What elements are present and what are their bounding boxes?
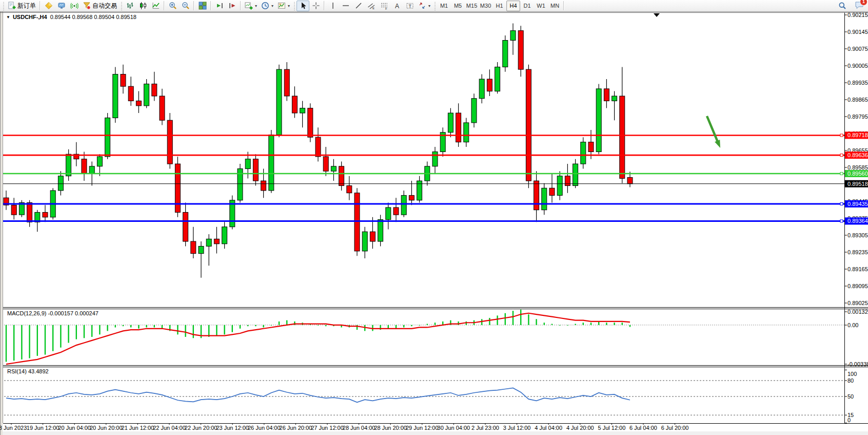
notification-badge: 1 — [860, 0, 867, 6]
new-order-button[interactable]: 新订单 — [6, 1, 38, 11]
search-button[interactable] — [836, 1, 849, 11]
svg-text:0.89235: 0.89235 — [847, 249, 868, 255]
candlestick-chart-button[interactable] — [136, 1, 149, 11]
svg-text:0.89795: 0.89795 — [847, 114, 868, 120]
monitor-icon — [57, 2, 66, 10]
separator — [324, 1, 325, 10]
svg-text:80: 80 — [847, 377, 854, 384]
timeframe-MN-button[interactable]: MN — [548, 1, 562, 11]
bar-chart-button[interactable] — [124, 1, 136, 11]
auto-scroll-icon — [215, 2, 224, 10]
svg-text:0.89935: 0.89935 — [847, 80, 868, 86]
svg-text:4 Jul 04:00: 4 Jul 04:00 — [535, 425, 562, 431]
svg-text:20 Jun 20:00: 20 Jun 20:00 — [90, 425, 123, 431]
periods-button[interactable]: ▾ — [259, 1, 275, 11]
text-button[interactable]: A — [390, 1, 403, 11]
crosshair-button[interactable] — [309, 1, 322, 11]
diamond-icon — [45, 2, 53, 10]
bar-chart-icon — [126, 2, 134, 10]
indicators-button[interactable]: ▾ — [243, 1, 259, 11]
timeframe-D1-button[interactable]: D1 — [520, 1, 534, 11]
timeframe-W1-button[interactable]: W1 — [534, 1, 548, 11]
equidistant-channel-button[interactable]: E — [365, 1, 378, 11]
chart-shift-button[interactable] — [226, 1, 239, 11]
text-label-icon: T — [406, 2, 414, 10]
new-order-icon — [8, 2, 16, 10]
chart-title[interactable]: ▼USDCHF-,H4 0.89544 0.89568 0.89504 0.89… — [6, 14, 136, 20]
svg-text:6 Jul 04:00: 6 Jul 04:00 — [629, 425, 657, 431]
svg-text:27 Jun 12:00: 27 Jun 12:00 — [311, 425, 344, 431]
svg-text:22 Jun 20:00: 22 Jun 20:00 — [185, 425, 218, 431]
svg-text:30 Jun 04:00: 30 Jun 04:00 — [438, 425, 470, 431]
svg-text:0.89025: 0.89025 — [847, 300, 868, 306]
terminal-button[interactable] — [55, 1, 68, 11]
timeframe-M5-button[interactable]: M5 — [451, 1, 465, 11]
zoom-out-icon — [182, 2, 190, 10]
svg-text:100: 100 — [847, 371, 857, 377]
candlestick-chart-icon — [139, 2, 147, 10]
rsi-indicator-label: RSI(14) 43.4892 — [7, 368, 49, 374]
svg-text:6 Jul 20:00: 6 Jul 20:00 — [661, 425, 689, 431]
svg-text:0.89865: 0.89865 — [847, 97, 868, 103]
svg-text:18 Jun 2023: 18 Jun 2023 — [0, 425, 27, 431]
svg-text:2 Jul 23:00: 2 Jul 23:00 — [471, 425, 499, 431]
trendline-button[interactable] — [352, 1, 365, 11]
chart-canvas[interactable]: 0.902150.901450.900750.900050.899350.898… — [0, 12, 868, 435]
svg-text:0.89305: 0.89305 — [847, 232, 868, 238]
templates-button[interactable]: ▾ — [275, 1, 292, 11]
separator — [563, 1, 564, 10]
svg-text:0.90215: 0.90215 — [847, 12, 868, 18]
svg-text:0.89560: 0.89560 — [847, 171, 868, 177]
timeframe-M1-button[interactable]: M1 — [437, 1, 451, 11]
separator — [210, 1, 211, 10]
svg-text:F: F — [385, 7, 387, 10]
crosshair-icon — [312, 2, 320, 10]
signals-button[interactable] — [68, 1, 81, 11]
fibonacci-button[interactable]: F — [378, 1, 390, 11]
svg-text:E: E — [372, 7, 374, 10]
svg-text:50: 50 — [847, 393, 854, 400]
timeframe-H1-button[interactable]: H1 — [492, 1, 506, 11]
trendline-icon — [354, 2, 363, 10]
auto-scroll-button[interactable] — [213, 1, 226, 11]
svg-text:19 Jun 12:00: 19 Jun 12:00 — [27, 425, 60, 431]
arrows-button[interactable]: ▾ — [416, 1, 432, 11]
svg-text:28 Jun 20:00: 28 Jun 20:00 — [374, 425, 407, 431]
channel-icon: E — [367, 2, 376, 10]
autotrading-button[interactable]: 自动交易 — [81, 1, 119, 11]
cursor-button[interactable] — [297, 1, 309, 11]
timeframe-M30-button[interactable]: M30 — [479, 1, 492, 11]
timeframe-M15-button[interactable]: M15 — [465, 1, 479, 11]
text-label-button[interactable]: T — [403, 1, 416, 11]
svg-text:5 Jul 12:00: 5 Jul 12:00 — [598, 425, 625, 431]
dropdown-caret-icon: ▾ — [428, 4, 430, 8]
zoom-out-button[interactable] — [179, 1, 192, 11]
svg-text:0.90145: 0.90145 — [847, 29, 868, 35]
line-chart-button[interactable] — [149, 1, 162, 11]
metaeditor-button[interactable] — [42, 1, 55, 11]
clock-icon — [261, 2, 269, 10]
chart-symbol: USDCHF-,H4 — [13, 14, 47, 20]
timeframe-H4-button[interactable]: H4 — [506, 1, 520, 11]
antenna-icon — [70, 2, 78, 10]
toolbar-drag-handle — [293, 1, 295, 10]
zoom-in-icon — [169, 2, 177, 10]
svg-text:T: T — [408, 4, 411, 9]
svg-text:0.89435: 0.89435 — [847, 201, 868, 207]
svg-text:23 Jun 12:00: 23 Jun 12:00 — [216, 425, 249, 431]
zoom-in-button[interactable] — [166, 1, 179, 11]
vertical-line-icon — [329, 2, 337, 10]
svg-text:29 Jun 12:00: 29 Jun 12:00 — [406, 425, 439, 431]
autotrading-icon — [83, 2, 91, 10]
toolbar-drag-handle — [3, 1, 5, 10]
svg-text:3 Jul 12:00: 3 Jul 12:00 — [503, 425, 531, 431]
timeframe-toolbar: M1M5M15M30H1H4D1W1MN — [437, 1, 562, 11]
horizontal-line-button[interactable] — [339, 1, 352, 11]
svg-text:22 Jun 04:00: 22 Jun 04:00 — [153, 425, 186, 431]
chat-button[interactable]: 1 — [855, 1, 864, 11]
vertical-line-button[interactable] — [326, 1, 339, 11]
svg-text:0.00: 0.00 — [847, 322, 858, 328]
svg-text:0.90005: 0.90005 — [847, 63, 868, 69]
tile-windows-button[interactable] — [196, 1, 209, 11]
dropdown-caret-icon: ▾ — [255, 4, 257, 8]
